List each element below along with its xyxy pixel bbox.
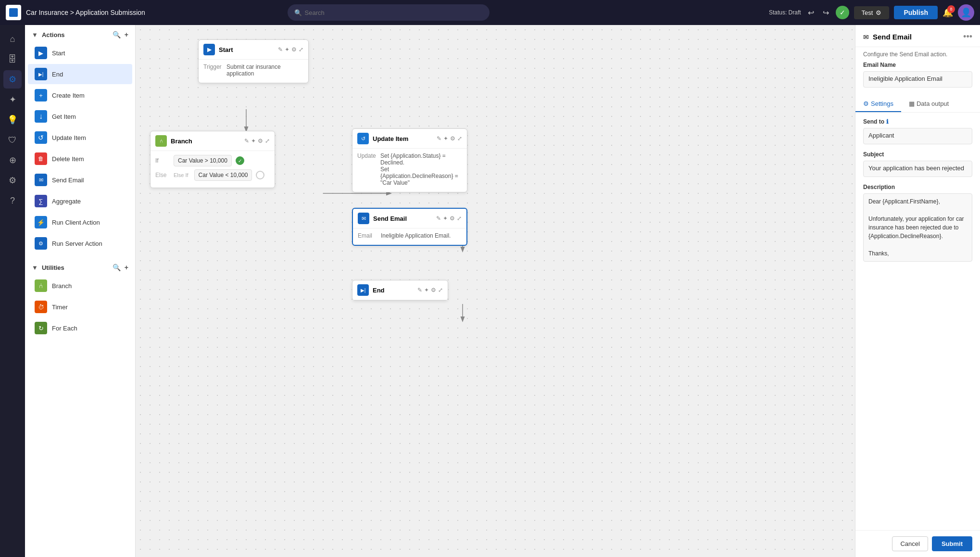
node-send-email[interactable]: ✉ Send Email ✎ ✦ ⚙ ⤢ Email Ineligible Ap… [352, 208, 467, 246]
action-label-send-email: Send Email [52, 177, 84, 184]
description-value[interactable]: Dear {Applicant.FirstName}, Unfortunatel… [863, 193, 972, 262]
search-bar[interactable]: 🔍 [288, 4, 490, 21]
tab-settings-label: Settings [871, 100, 893, 107]
check-button[interactable]: ✓ [836, 6, 849, 19]
node-email-gear-icon[interactable]: ⚙ [450, 215, 455, 222]
node-update-expand-icon[interactable]: ⤢ [457, 135, 462, 142]
main-layout: ⌂ 🗄 ⚙ ✦ 💡 🛡 ⊕ ⚙ ? ▼ Actions 🔍 + ▶ Start … [0, 25, 980, 557]
action-item-end[interactable]: ▶| End [28, 64, 132, 84]
action-item-delete-item[interactable]: 🗑 Delete Item [28, 149, 132, 169]
right-panel-tabs: ⚙ Settings ▦ Data output [855, 96, 980, 113]
action-item-create-item[interactable]: + Create Item [28, 85, 132, 105]
email-name-label: Email Name [863, 62, 972, 68]
action-item-run-server[interactable]: ⚙ Run Server Action [28, 233, 132, 253]
node-start-edit-icon[interactable]: ✎ [278, 46, 283, 53]
node-update-star-icon[interactable]: ✦ [443, 135, 448, 142]
node-start-actions: ✎ ✦ ⚙ ⤢ [278, 46, 303, 53]
action-item-get-item[interactable]: ↓ Get Item [28, 106, 132, 127]
search-utilities-icon[interactable]: 🔍 [113, 264, 121, 271]
node-branch-expand-icon[interactable]: ⤢ [265, 138, 270, 144]
action-item-for-each[interactable]: ↻ For Each [28, 318, 132, 338]
cancel-button[interactable]: Cancel [892, 536, 928, 551]
actions-title: Actions [42, 31, 65, 38]
right-panel-more-button[interactable]: ••• [963, 32, 972, 42]
status-badge: Status: Draft [769, 9, 801, 16]
test-button[interactable]: Test ⚙ [854, 6, 890, 19]
sidebar-item-database[interactable]: 🗄 [3, 50, 22, 68]
action-item-update-item[interactable]: ↺ Update Item [28, 127, 132, 148]
sidebar-item-add[interactable]: ⊕ [3, 151, 22, 169]
subject-group: Subject Your application has been reject… [863, 151, 972, 177]
submit-button[interactable]: Submit [932, 536, 972, 551]
node-email-expand-icon[interactable]: ⤢ [457, 215, 462, 222]
branch-if-success: ✓ [236, 156, 244, 165]
sidebar-item-shield[interactable]: 🛡 [3, 131, 22, 149]
sidebar-item-automations[interactable]: ⚙ [3, 70, 22, 89]
utilities-title: Utilities [42, 264, 64, 271]
subject-value[interactable]: Your application has been rejected [863, 161, 972, 177]
branch-else-condition: Car Value < 10,000 [194, 169, 252, 181]
timer-icon: ⏱ [35, 301, 47, 313]
add-action-icon[interactable]: + [125, 31, 128, 38]
undo-button[interactable]: ↩ [806, 6, 816, 19]
search-input[interactable] [305, 9, 483, 16]
start-trigger-value: Submit car insurance application [226, 63, 303, 77]
node-end-gear-icon[interactable]: ⚙ [431, 287, 436, 293]
actions-section-header: ▼ Actions 🔍 + [25, 25, 135, 42]
notifications-bell[interactable]: 🔔 8 [942, 7, 953, 18]
sidebar-item-home[interactable]: ⌂ [3, 30, 22, 48]
action-item-timer[interactable]: ⏱ Timer [28, 297, 132, 317]
node-branch-gear-icon[interactable]: ⚙ [258, 138, 263, 144]
node-start-expand-icon[interactable]: ⤢ [299, 46, 303, 53]
tab-data-output[interactable]: ▦ Data output [901, 96, 956, 112]
action-item-start[interactable]: ▶ Start [28, 43, 132, 63]
description-group: Description Dear {Applicant.FirstName}, … [863, 184, 972, 262]
node-branch-title: Branch [171, 138, 240, 145]
node-update-actions: ✎ ✦ ⚙ ⤢ [437, 135, 462, 142]
node-branch[interactable]: ⑃ Branch ✎ ✦ ⚙ ⤢ If Car Value > 10,000 ✓ [150, 131, 275, 188]
node-send-email-title: Send Email [373, 215, 432, 222]
action-label-update-item: Update Item [52, 134, 86, 141]
sidebar-item-settings[interactable]: ⚙ [3, 171, 22, 190]
redo-button[interactable]: ↪ [821, 6, 831, 19]
node-branch-star-icon[interactable]: ✦ [251, 138, 256, 144]
send-to-value[interactable]: Applicant [863, 128, 972, 144]
node-end[interactable]: ▶| End ✎ ✦ ⚙ ⤢ [352, 280, 448, 301]
node-send-email-body: Email Ineligible Application Email. [353, 228, 466, 245]
add-utility-icon[interactable]: + [125, 264, 128, 271]
tab-settings[interactable]: ⚙ Settings [855, 96, 901, 112]
canvas-area[interactable]: ▶ Start ✎ ✦ ⚙ ⤢ Trigger Submit car insur… [136, 25, 855, 557]
sidebar-item-help[interactable]: ? [3, 191, 22, 210]
sidebar-item-bulb[interactable]: 💡 [3, 111, 22, 129]
node-start[interactable]: ▶ Start ✎ ✦ ⚙ ⤢ Trigger Submit car insur… [198, 39, 309, 83]
subject-label: Subject [863, 151, 972, 158]
run-server-icon: ⚙ [35, 237, 47, 250]
publish-button[interactable]: Publish [894, 6, 938, 19]
node-start-gear-icon[interactable]: ⚙ [291, 46, 297, 53]
node-end-edit-icon[interactable]: ✎ [417, 287, 422, 293]
node-end-star-icon[interactable]: ✦ [424, 287, 429, 293]
search-actions-icon[interactable]: 🔍 [113, 31, 121, 38]
action-label-run-client: Run Client Action [52, 219, 100, 226]
action-item-send-email[interactable]: ✉ Send Email [28, 170, 132, 190]
action-item-aggregate[interactable]: ∑ Aggregate [28, 191, 132, 211]
action-item-run-client[interactable]: ⚡ Run Client Action [28, 212, 132, 232]
node-start-header: ▶ Start ✎ ✦ ⚙ ⤢ [199, 40, 308, 60]
node-update-gear-icon[interactable]: ⚙ [450, 135, 455, 142]
user-avatar[interactable]: 👤 [958, 4, 974, 21]
node-branch-edit-icon[interactable]: ✎ [244, 138, 249, 144]
collapse-arrow-actions[interactable]: ▼ [32, 31, 38, 38]
node-start-star-icon[interactable]: ✦ [285, 46, 289, 53]
node-end-expand-icon[interactable]: ⤢ [438, 287, 443, 293]
node-email-star-icon[interactable]: ✦ [443, 215, 448, 222]
email-name-group: Email Name Ineligible Application Email [855, 62, 980, 89]
sidebar-item-sparkle[interactable]: ✦ [3, 90, 22, 109]
node-update-item[interactable]: ↺ Update Item ✎ ✦ ⚙ ⤢ Update Set {Applic… [352, 128, 467, 192]
node-branch-actions: ✎ ✦ ⚙ ⤢ [244, 138, 270, 144]
aggregate-icon: ∑ [35, 195, 47, 207]
node-update-edit-icon[interactable]: ✎ [437, 135, 441, 142]
action-item-branch[interactable]: ⑃ Branch [28, 276, 132, 296]
collapse-arrow-utilities[interactable]: ▼ [32, 264, 38, 271]
actions-header-icons: 🔍 + [113, 31, 128, 38]
node-email-edit-icon[interactable]: ✎ [436, 215, 441, 222]
